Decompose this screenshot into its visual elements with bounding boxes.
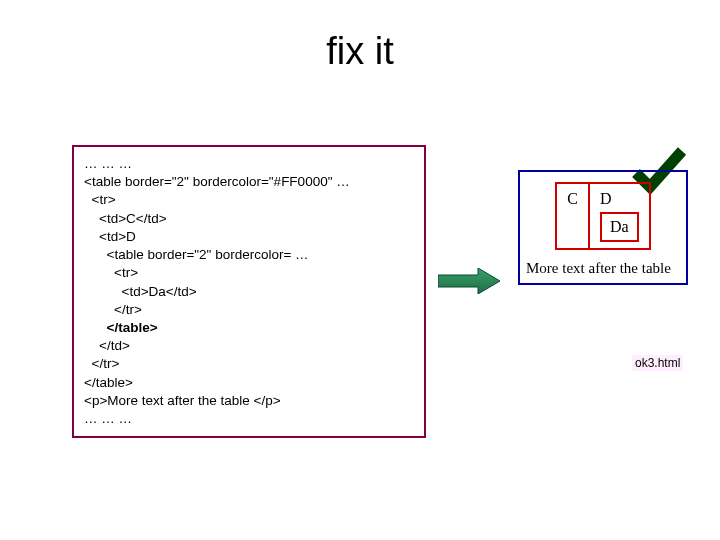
code-line: <td>C</td> [84, 211, 167, 226]
code-line: <table border="2" bordercolor="#FF0000" … [84, 174, 350, 189]
code-line: </tr> [84, 302, 142, 317]
filename-label: ok3.html [632, 355, 683, 371]
cell-d-label: D [600, 190, 612, 207]
result-preview: C D Da More text after the table [518, 170, 688, 285]
code-line: <td>D [84, 229, 136, 244]
code-line: </table> [84, 375, 133, 390]
code-line: <tr> [84, 192, 116, 207]
code-line: <p>More text after the table </p> [84, 393, 281, 408]
code-line: … … … [84, 156, 132, 171]
code-line: <tr> [84, 265, 138, 280]
arrow-icon [438, 268, 500, 294]
code-line-highlight: </table> [84, 320, 158, 335]
code-box: … … … <table border="2" bordercolor="#FF… [72, 145, 426, 438]
rendered-inner-table: Da [600, 212, 639, 242]
code-line: <td>Da</td> [84, 284, 197, 299]
cell-c: C [556, 183, 589, 249]
code-line: </td> [84, 338, 130, 353]
cell-d: D Da [589, 183, 650, 249]
code-line: … … … [84, 411, 132, 426]
code-line: </tr> [84, 356, 119, 371]
rendered-outer-table: C D Da [555, 182, 650, 250]
result-caption: More text after the table [526, 260, 680, 277]
svg-marker-0 [438, 268, 500, 294]
slide-title: fix it [0, 30, 720, 73]
code-line: <table border="2" bordercolor= … [84, 247, 309, 262]
cell-da: Da [601, 213, 638, 241]
